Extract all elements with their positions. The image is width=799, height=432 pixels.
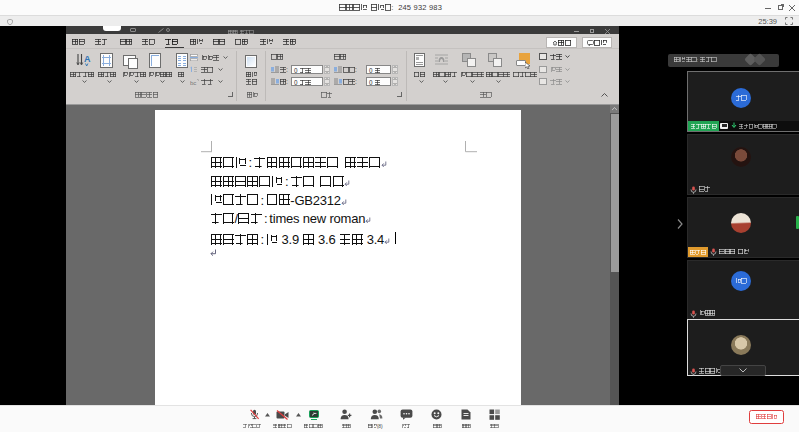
svg-text:bc: bc (190, 79, 196, 85)
svg-text:A: A (84, 54, 91, 64)
